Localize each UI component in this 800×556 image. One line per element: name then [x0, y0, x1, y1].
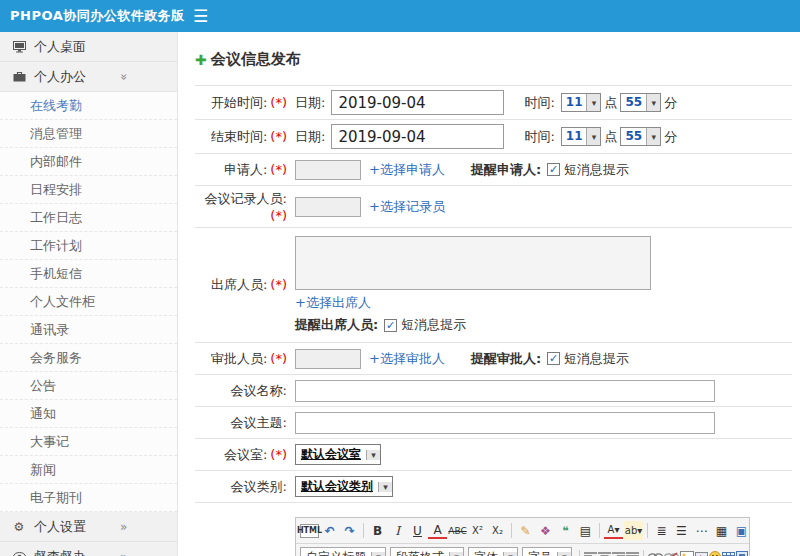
sidebar-item-sms[interactable]: 手机短信 [0, 260, 177, 288]
sidebar-item-contacts[interactable]: 通讯录 [0, 316, 177, 344]
italic-button[interactable]: I [388, 521, 407, 540]
end-minute-select[interactable]: 55 [620, 127, 661, 146]
choose-applicant-link[interactable]: +选择申请人 [369, 161, 445, 179]
toolbar-separator [579, 550, 580, 556]
sidebar-item-announcement[interactable]: 公告 [0, 372, 177, 400]
sidebar-section-settings[interactable]: ⚙ 个人设置 » [0, 512, 177, 542]
recorder-input[interactable] [295, 197, 361, 217]
eye-icon [12, 552, 26, 556]
meeting-topic-input[interactable] [295, 412, 715, 434]
sidebar-item-attendance[interactable]: 在线考勤 [0, 92, 177, 120]
approver-label: 审批人员: [211, 351, 267, 366]
sidebar-section-desktop[interactable]: 个人桌面 [0, 32, 177, 62]
attendee-label: 出席人员: [211, 277, 267, 292]
align-center-icon[interactable] [598, 548, 611, 556]
applicant-label: 申请人: [224, 162, 267, 177]
meeting-room-select[interactable]: 默认会议室 [295, 444, 381, 465]
ordered-list-button[interactable]: ≣ [652, 521, 671, 540]
align-justify-icon[interactable] [626, 548, 639, 556]
table-icon[interactable] [722, 548, 735, 556]
gear-icon: ⚙ [12, 520, 26, 534]
font-color-button[interactable]: A [428, 522, 447, 539]
sidebar-item-messages[interactable]: 消息管理 [0, 120, 177, 148]
link-icon[interactable] [648, 548, 663, 556]
hamburger-menu-icon[interactable]: ☰ [193, 0, 208, 32]
remind-attendee-checkbox[interactable] [384, 319, 397, 332]
font-size-select[interactable]: 字号 [522, 547, 572, 556]
code-view-button[interactable]: ▤ [576, 521, 595, 540]
custom-heading-select[interactable]: 自定义标题 [300, 547, 386, 556]
sms-hint-label: 短消息提示 [401, 316, 466, 334]
minute-unit-label: 分 [664, 128, 677, 146]
choose-attendee-link[interactable]: +选择出席人 [295, 294, 371, 312]
sidebar-item-schedule[interactable]: 日程安排 [0, 176, 177, 204]
html-source-button[interactable]: HTML [300, 524, 319, 538]
end-hour-select[interactable]: 11 [561, 127, 602, 146]
sidebar-item-events[interactable]: 大事记 [0, 428, 177, 456]
remind-applicant-checkbox[interactable] [547, 163, 560, 176]
editor-toolbar-row2: 自定义标题 段落格式 字体 字号 [296, 544, 749, 556]
sidebar-item-internal-mail[interactable]: 内部邮件 [0, 148, 177, 176]
sidebar-section-label: 个人桌面 [34, 38, 86, 56]
start-date-input[interactable] [331, 90, 504, 115]
meeting-name-input[interactable] [295, 380, 715, 402]
remind-applicant-label: 提醒申请人: [471, 161, 541, 179]
forecolor-button[interactable]: A▾ [604, 522, 623, 539]
sms-hint-label: 短消息提示 [564, 161, 629, 179]
choose-approver-link[interactable]: +选择审批人 [369, 350, 445, 368]
sidebar-item-work-log[interactable]: 工作日志 [0, 204, 177, 232]
unordered-list-button[interactable]: ☰ [672, 521, 691, 540]
start-hour-select[interactable]: 11 [561, 93, 602, 112]
align-left-icon[interactable] [584, 548, 597, 556]
sidebar-section-supervise[interactable]: 督查督办 » [0, 542, 177, 556]
dropdown-arrow-icon [378, 482, 392, 492]
sidebar-section-label: 个人设置 [34, 518, 86, 536]
start-time-row: 开始时间:(*) 日期: 时间: 11 点 55 分 [195, 86, 792, 120]
sidebar-item-meeting-service[interactable]: 会务服务 [0, 344, 177, 372]
end-date-input[interactable] [331, 124, 504, 149]
attendee-textarea[interactable] [295, 236, 651, 290]
paragraph-format-select[interactable]: 段落格式 [390, 547, 464, 556]
remove-format-button[interactable]: ❖ [536, 521, 555, 540]
format-painter-button[interactable]: ✎ [516, 521, 535, 540]
align-right-icon[interactable] [612, 548, 625, 556]
editor-toolbar-row1: HTML ↶ ↷ B I U A ABC X² X₂ ✎ [296, 518, 749, 544]
bold-button[interactable]: B [368, 521, 387, 540]
applicant-input[interactable] [295, 160, 361, 180]
approver-input[interactable] [295, 349, 361, 369]
font-family-select[interactable]: 字体 [468, 547, 518, 556]
sidebar-item-notice[interactable]: 通知 [0, 400, 177, 428]
superscript-button[interactable]: X² [468, 521, 487, 540]
remind-approver-checkbox[interactable] [547, 352, 560, 365]
sidebar-section-office[interactable]: 个人办公 » [0, 62, 177, 92]
sidebar-item-work-plan[interactable]: 工作计划 [0, 232, 177, 260]
start-minute-select[interactable]: 55 [620, 93, 661, 112]
hour-unit-label: 点 [604, 94, 617, 112]
media-icon[interactable] [695, 548, 708, 556]
sidebar-item-news[interactable]: 新闻 [0, 456, 177, 484]
strikethrough-button[interactable]: ABC [448, 521, 467, 540]
meeting-category-select[interactable]: 默认会议类别 [295, 476, 393, 497]
undo-button[interactable]: ↶ [320, 521, 339, 540]
preview-button[interactable]: ▣ [732, 521, 751, 540]
more-options-button[interactable]: ⋯ [692, 521, 711, 540]
required-mark: (*) [270, 277, 287, 292]
chevron-right-icon: » [120, 550, 127, 556]
sidebar-item-e-journal[interactable]: 电子期刊 [0, 484, 177, 512]
subscript-button[interactable]: X₂ [488, 521, 507, 540]
emoji-icon[interactable] [709, 548, 721, 556]
sidebar-menu: 在线考勤 消息管理 内部邮件 日程安排 工作日志 工作计划 手机短信 个人文件柜… [0, 92, 177, 512]
image-icon[interactable] [680, 548, 694, 556]
time-label: 时间: [524, 94, 554, 112]
backcolor-button[interactable]: ab▾ [624, 521, 643, 540]
sms-hint-label: 短消息提示 [564, 350, 629, 368]
time-label: 时间: [524, 128, 554, 146]
sidebar-item-file-cabinet[interactable]: 个人文件柜 [0, 288, 177, 316]
underline-button[interactable]: U [408, 521, 427, 540]
blockquote-button[interactable]: ❝ [556, 521, 575, 540]
page-break-button[interactable]: ▦ [712, 521, 731, 540]
redo-button[interactable]: ↷ [340, 521, 359, 540]
unlink-icon[interactable] [664, 548, 679, 556]
choose-recorder-link[interactable]: +选择记录员 [369, 198, 445, 216]
fullscreen-icon[interactable] [736, 548, 748, 556]
